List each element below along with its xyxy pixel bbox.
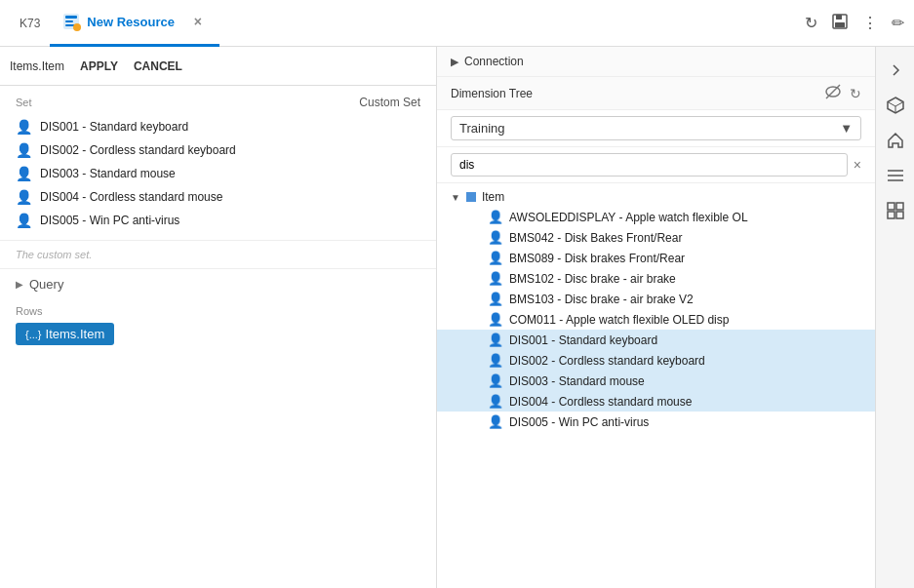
list-item[interactable]: 👤 DIS001 - Standard keyboard: [16, 117, 420, 137]
tab-icon: [61, 12, 81, 31]
refresh-tree-icon[interactable]: ↻: [850, 86, 861, 101]
connection-expand-icon[interactable]: ▶: [451, 56, 458, 68]
search-clear-button[interactable]: ×: [854, 157, 861, 173]
svg-point-4: [73, 23, 81, 31]
set-item-text: DIS001 - Standard keyboard: [40, 120, 188, 134]
member-icon: 👤: [16, 119, 32, 135]
dropdown-chevron-icon: ▼: [840, 121, 853, 136]
member-tree-icon: 👤: [488, 414, 503, 429]
tree-item-label: DIS001 - Standard keyboard: [509, 333, 657, 347]
search-input[interactable]: [451, 153, 848, 176]
svg-line-10: [888, 102, 895, 107]
tree-item[interactable]: 👤 BMS089 - Disk brakes Front/Rear: [437, 248, 875, 268]
member-tree-icon: 👤: [488, 251, 503, 265]
member-tree-icon: 👤: [488, 312, 503, 327]
tree-square-icon: [466, 192, 476, 202]
main-content: Items.Item APPLY CANCEL Set Custom Set 👤…: [0, 47, 914, 588]
tab-close-button[interactable]: ×: [188, 12, 208, 31]
tree-item[interactable]: 👤 AWSOLEDDISPLAY - Apple watch flexible …: [437, 207, 875, 227]
tree-item-label: AWSOLEDDISPLAY - Apple watch flexible OL: [509, 211, 748, 224]
tree-expand-icon: ▼: [451, 192, 460, 203]
edit-icon[interactable]: ✏: [892, 14, 904, 32]
svg-rect-19: [896, 212, 903, 218]
tree-item[interactable]: 👤 DIS005 - Win PC anti-virus: [437, 412, 875, 432]
tree-item-label: DIS003 - Standard mouse: [509, 374, 645, 388]
query-label: Query: [29, 277, 63, 292]
list-item[interactable]: 👤 DIS005 - Win PC anti-virus: [16, 211, 420, 230]
query-header[interactable]: ▶ Query: [0, 269, 436, 299]
rows-braces-icon: {...}: [25, 329, 42, 340]
tree-item-selected[interactable]: 👤 DIS003 - Standard mouse: [437, 371, 875, 391]
grid-icon-button[interactable]: [880, 195, 911, 226]
connection-label: Connection: [464, 55, 524, 68]
set-item-text: DIS003 - Standard mouse: [40, 167, 176, 180]
query-section: ▶ Query: [0, 268, 436, 299]
tree-item-label: BMS042 - Disk Bakes Front/Rear: [509, 231, 682, 245]
tree-item-selected[interactable]: 👤 DIS004 - Cordless standard mouse: [437, 391, 875, 412]
custom-set-note: The custom set.: [0, 241, 436, 268]
list-item[interactable]: 👤 DIS002 - Cordless standard keyboard: [16, 140, 420, 160]
svg-rect-16: [888, 203, 894, 210]
dropdown-value: Training: [459, 121, 504, 136]
member-tree-icon: 👤: [488, 210, 503, 224]
hide-icon[interactable]: [824, 83, 842, 103]
connection-bar: ▶ Connection: [437, 47, 875, 77]
save-icon[interactable]: [831, 13, 849, 34]
member-icon: 👤: [16, 213, 32, 228]
tree-item-label: BMS089 - Disk brakes Front/Rear: [509, 252, 685, 265]
dimension-tree-bar: Dimension Tree ↻: [437, 77, 875, 110]
tree-item[interactable]: 👤 BMS103 - Disc brake - air brake V2: [437, 289, 875, 309]
rows-item[interactable]: {...} Items.Item: [16, 323, 114, 345]
dimension-tree-label: Dimension Tree: [451, 87, 816, 100]
refresh-icon[interactable]: ↻: [805, 14, 817, 32]
training-dropdown[interactable]: Training ▼: [451, 116, 861, 140]
set-item-text: DIS002 - Cordless standard keyboard: [40, 143, 236, 157]
svg-rect-17: [896, 203, 903, 210]
svg-rect-1: [65, 16, 77, 19]
cancel-button[interactable]: CANCEL: [134, 59, 182, 73]
set-item-text: DIS004 - Cordless standard mouse: [40, 190, 222, 204]
tree-item[interactable]: 👤 BMS102 - Disc brake - air brake: [437, 268, 875, 289]
rows-label: Rows: [16, 305, 420, 317]
cube-icon-button[interactable]: [880, 90, 911, 121]
list-item[interactable]: 👤 DIS003 - Standard mouse: [16, 164, 420, 183]
tree-item-label: DIS004 - Cordless standard mouse: [509, 395, 692, 409]
tree-root-item[interactable]: ▼ Item: [437, 187, 875, 207]
left-toolbar: Items.Item APPLY CANCEL: [0, 47, 436, 86]
tree-area: ▼ Item 👤 AWSOLEDDISPLAY - Apple watch fl…: [437, 183, 875, 588]
tree-item-label: BMS102 - Disc brake - air brake: [509, 272, 676, 286]
new-resource-tab[interactable]: New Resource ×: [50, 0, 219, 47]
svg-rect-7: [835, 22, 845, 27]
tree-item-label: COM011 - Apple watch flexible OLED disp: [509, 313, 729, 327]
title-bar-actions: ↻ ⋮ ✏: [805, 13, 904, 34]
side-chevron-button[interactable]: [880, 55, 911, 86]
svg-line-11: [895, 102, 903, 107]
set-panel: Set Custom Set 👤 DIS001 - Standard keybo…: [0, 86, 436, 241]
svg-rect-6: [836, 15, 842, 20]
member-icon: 👤: [16, 142, 32, 158]
member-tree-icon: 👤: [488, 333, 503, 347]
rows-section: Rows {...} Items.Item: [0, 299, 436, 351]
home-icon-button[interactable]: [880, 125, 911, 156]
tree-root-label: Item: [482, 190, 504, 204]
tree-item-selected[interactable]: 👤 DIS001 - Standard keyboard: [437, 330, 875, 350]
tree-item[interactable]: 👤 BMS042 - Disk Bakes Front/Rear: [437, 227, 875, 248]
more-icon[interactable]: ⋮: [862, 14, 878, 32]
right-panel: ▶ Connection Dimension Tree ↻ Training ▼: [437, 47, 875, 588]
apply-button[interactable]: APPLY: [80, 59, 118, 73]
tree-item-label: BMS103 - Disc brake - air brake V2: [509, 293, 694, 306]
search-bar: ×: [437, 147, 875, 183]
tree-item-label: DIS002 - Cordless standard keyboard: [509, 354, 705, 368]
tree-item[interactable]: 👤 COM011 - Apple watch flexible OLED dis…: [437, 309, 875, 330]
set-items-list: 👤 DIS001 - Standard keyboard 👤 DIS002 - …: [16, 117, 420, 230]
list-icon-button[interactable]: [880, 160, 911, 191]
list-item[interactable]: 👤 DIS004 - Cordless standard mouse: [16, 187, 420, 207]
items-item-label: Items.Item: [10, 59, 64, 73]
app-label: K73: [10, 17, 50, 30]
custom-set-label: Custom Set: [359, 96, 420, 109]
tree-item-selected[interactable]: 👤 DIS002 - Cordless standard keyboard: [437, 350, 875, 371]
svg-rect-2: [65, 20, 73, 22]
dropdown-bar: Training ▼: [437, 110, 875, 147]
member-tree-icon: 👤: [488, 373, 503, 388]
member-icon: 👤: [16, 166, 32, 181]
